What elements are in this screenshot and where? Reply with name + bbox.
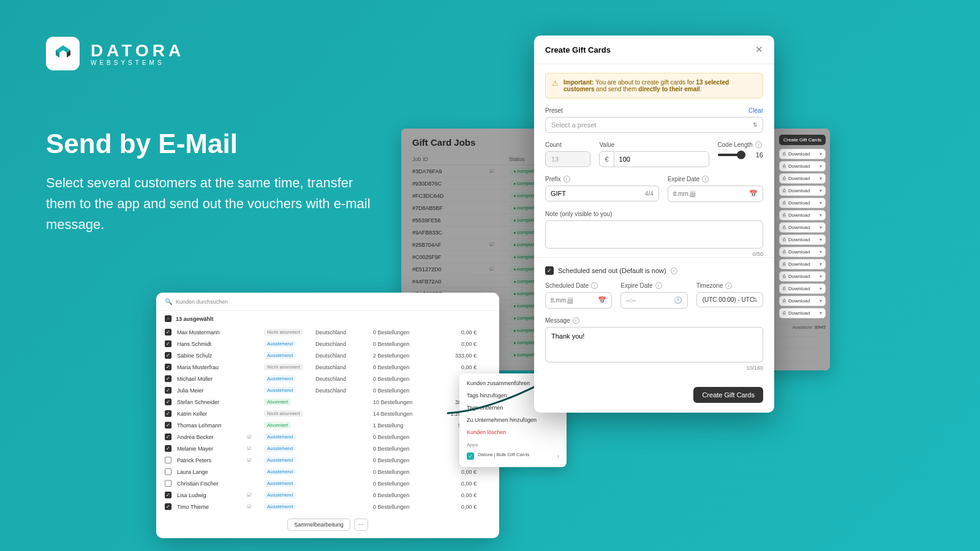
country: Deutschland bbox=[315, 388, 371, 394]
download-icon: ⎙ bbox=[783, 200, 786, 206]
customers-select-all[interactable]: − 13 ausgewählt bbox=[156, 311, 499, 326]
row-checkbox[interactable]: ✓ bbox=[165, 387, 172, 394]
select-all-checkbox[interactable]: − bbox=[165, 315, 172, 322]
subscription-tag: Ausstehend bbox=[264, 468, 296, 475]
download-button[interactable]: ⎙Download▾ bbox=[779, 234, 826, 245]
expire-date-input[interactable]: tt.mm.jjjj📅 bbox=[668, 186, 763, 202]
row-checkbox[interactable]: ✓ bbox=[165, 399, 172, 405]
chevron-down-icon: ▾ bbox=[820, 188, 822, 193]
download-button[interactable]: ⎙Download▾ bbox=[779, 186, 826, 196]
chevron-updown-icon: ⇅ bbox=[753, 297, 758, 303]
download-button[interactable]: ⎙Download▾ bbox=[779, 259, 826, 269]
calendar-icon: 📅 bbox=[598, 296, 606, 304]
scheduled-date-input[interactable]: tt.mm.jjjj📅 bbox=[545, 292, 612, 309]
amount: 0,00 € bbox=[434, 504, 477, 510]
value-input[interactable]: € bbox=[599, 151, 709, 167]
chevron-down-icon: ▾ bbox=[820, 249, 822, 255]
row-checkbox[interactable]: ✓ bbox=[165, 445, 172, 452]
download-button[interactable]: ⎙Download▾ bbox=[779, 283, 826, 294]
customer-name: Laura Lange bbox=[177, 469, 244, 475]
subscription-tag: Nicht abonniert bbox=[264, 410, 303, 417]
download-button[interactable]: ⎙Download▾ bbox=[779, 210, 826, 220]
row-checkbox[interactable] bbox=[165, 457, 172, 463]
ctx-app-item[interactable]: ✓ Datora | Bulk Gift Cards › bbox=[459, 449, 567, 463]
chevron-down-icon: ▾ bbox=[820, 163, 822, 169]
row-checkbox[interactable]: ✓ bbox=[165, 422, 172, 429]
bulk-edit-button[interactable]: Sammelbearbeitung bbox=[287, 519, 350, 531]
row-checkbox[interactable]: ✓ bbox=[165, 364, 172, 370]
customer-row[interactable]: Laura Lange Ausstehend 0 Bestellungen 0,… bbox=[156, 466, 499, 478]
customer-row[interactable]: ✓ Lisa Ludwig ☑ Ausstehend 0 Bestellunge… bbox=[156, 489, 499, 501]
customer-row[interactable]: ✓ Timo Thieme ☑ Ausstehend 0 Bestellunge… bbox=[156, 501, 499, 512]
download-button[interactable]: ⎙Download▾ bbox=[779, 149, 826, 159]
code-length-slider[interactable]: 16 bbox=[718, 151, 763, 159]
download-button[interactable]: ⎙Download▾ bbox=[779, 296, 826, 306]
orders: 0 Bestellungen bbox=[373, 492, 431, 498]
customer-name: Christian Fischer bbox=[177, 481, 244, 487]
orders: 0 Bestellungen bbox=[373, 388, 431, 394]
row-checkbox[interactable]: ✓ bbox=[165, 410, 172, 417]
download-button[interactable]: ⎙Download▾ bbox=[779, 222, 826, 233]
checkbox-icon[interactable]: ✓ bbox=[545, 266, 554, 275]
customer-name: Andrea Becker bbox=[177, 434, 244, 440]
row-checkbox[interactable]: ✓ bbox=[165, 352, 172, 359]
create-gift-cards-submit[interactable]: Create Gift Cards bbox=[693, 387, 763, 403]
download-button[interactable]: ⎙Download▾ bbox=[779, 161, 826, 171]
preset-clear[interactable]: Clear bbox=[748, 107, 763, 114]
download-button[interactable]: ⎙Download▾ bbox=[779, 271, 826, 282]
chevron-down-icon: ▾ bbox=[820, 298, 822, 304]
row-checkbox[interactable] bbox=[165, 468, 172, 475]
info-icon: i bbox=[671, 268, 677, 274]
chevron-down-icon: ▾ bbox=[820, 225, 822, 230]
message-textarea[interactable]: Thank you! bbox=[545, 327, 763, 362]
customer-name: Patrick Peters bbox=[177, 457, 244, 463]
info-icon: i bbox=[591, 282, 598, 289]
close-icon[interactable]: ✕ bbox=[755, 44, 763, 55]
clock-icon: 🕐 bbox=[674, 296, 682, 304]
orders: 0 Bestellungen bbox=[373, 341, 431, 347]
customer-name: Julia Meier bbox=[177, 388, 244, 394]
customer-row[interactable]: ✓ Max Mustermann Nicht abonniert Deutsch… bbox=[156, 326, 499, 338]
create-gift-cards-header-button[interactable]: Create Gift Cards bbox=[779, 135, 826, 145]
customers-search[interactable]: 🔍 Kunden durchsuchen bbox=[156, 293, 499, 311]
chevron-down-icon: ▾ bbox=[820, 274, 822, 279]
row-checkbox[interactable]: ✓ bbox=[165, 492, 172, 498]
download-icon: ⎙ bbox=[783, 298, 786, 304]
download-button[interactable]: ⎙Download▾ bbox=[779, 173, 826, 184]
ctx-apps-header: Apps bbox=[459, 438, 567, 449]
customer-row[interactable]: ✓ Hans Schmidt Ausstehend Deutschland 0 … bbox=[156, 338, 499, 350]
row-checkbox[interactable] bbox=[165, 480, 172, 487]
note-textarea[interactable] bbox=[545, 220, 763, 249]
more-actions-button[interactable]: ⋯ bbox=[354, 519, 368, 531]
customer-row[interactable]: ✓ Andrea Becker ☑ Ausstehend 0 Bestellun… bbox=[156, 431, 499, 443]
customer-row[interactable]: Patrick Peters ☑ Ausstehend 0 Bestellung… bbox=[156, 454, 499, 466]
download-button[interactable]: ⎙Download▾ bbox=[779, 198, 826, 208]
scheduled-time-input[interactable]: --:--🕐 bbox=[620, 292, 687, 309]
scheduled-checkbox-row[interactable]: ✓ Scheduled send out (Default is now) i bbox=[545, 266, 763, 275]
row-checkbox[interactable]: ✓ bbox=[165, 433, 172, 440]
subscription-tag: Ausstehend bbox=[264, 492, 296, 498]
ctx-delete[interactable]: Kunden löschen bbox=[459, 426, 567, 438]
amount: 0,00 € bbox=[434, 481, 477, 487]
chevron-right-icon: › bbox=[557, 453, 559, 459]
download-button[interactable]: ⎙Download▾ bbox=[779, 247, 826, 257]
download-button[interactable]: ⎙Download▾ bbox=[779, 308, 826, 318]
row-checkbox[interactable]: ✓ bbox=[165, 329, 172, 335]
verified-icon: ☑ bbox=[247, 504, 262, 509]
warning-icon: ⚠ bbox=[552, 79, 559, 92]
row-checkbox[interactable]: ✓ bbox=[165, 375, 172, 382]
customer-row[interactable]: ✓ Melanie Mayer ☑ Ausstehend 0 Bestellun… bbox=[156, 443, 499, 454]
verified-icon: ☑ bbox=[247, 434, 262, 440]
download-icon: ⎙ bbox=[783, 310, 786, 316]
customer-row[interactable]: Christian Fischer Ausstehend 0 Bestellun… bbox=[156, 478, 499, 489]
row-checkbox[interactable]: ✓ bbox=[165, 340, 172, 347]
orders: 0 Bestellungen bbox=[373, 504, 431, 510]
subscription-tag: Ausstehend bbox=[264, 387, 296, 394]
orders: 14 Bestellungen bbox=[373, 411, 431, 417]
timezone-select[interactable]: (UTC 00:00) - UTC ⇅ bbox=[696, 292, 763, 307]
prefix-input[interactable]: 4/4 bbox=[545, 186, 659, 201]
info-icon: i bbox=[655, 282, 662, 289]
row-checkbox[interactable]: ✓ bbox=[165, 503, 172, 510]
country: Deutschland bbox=[315, 353, 371, 359]
preset-select[interactable]: Select a preset ⇅ bbox=[545, 117, 763, 133]
